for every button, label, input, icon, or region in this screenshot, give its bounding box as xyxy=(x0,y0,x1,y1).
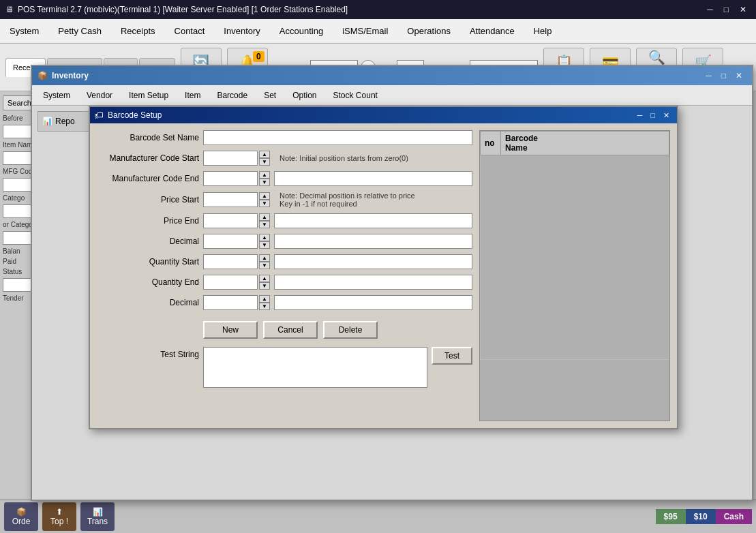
barcode-set-name-input[interactable] xyxy=(203,130,472,145)
inv-menu-stock-count[interactable]: Stock Count xyxy=(325,88,386,103)
barcode-set-name-label: Barcode Set Name xyxy=(97,133,199,142)
qty-end-label: Quantity End xyxy=(97,277,199,287)
inventory-close-btn[interactable]: ✕ xyxy=(731,70,746,82)
top-button[interactable]: ⬆ Top ! xyxy=(42,502,76,531)
inv-menu-vendor[interactable]: Vendor xyxy=(78,88,121,103)
inv-menu-item[interactable]: Item xyxy=(177,88,209,103)
inventory-maximize-btn[interactable]: □ xyxy=(717,70,730,82)
qty-end-value-input[interactable] xyxy=(274,275,472,290)
value2: $10 xyxy=(686,509,716,524)
new-button[interactable]: New xyxy=(203,321,258,339)
menu-system[interactable]: System xyxy=(0,22,48,40)
inventory-menu: System Vendor Item Setup Item Barcode Se… xyxy=(32,85,752,106)
mfg-code-end-up-btn[interactable]: ▲ xyxy=(259,171,270,179)
menu-help[interactable]: Help xyxy=(524,22,562,40)
mfg-code-end-row: Manufacturer Code End ▲ ▼ xyxy=(97,171,472,186)
price-start-row: Price Start ▲ ▼ Note: Decimal position i… xyxy=(97,192,472,208)
inv-menu-option[interactable]: Option xyxy=(284,88,324,103)
decimal2-spinner: ▲ ▼ xyxy=(203,295,270,310)
test-string-textarea[interactable] xyxy=(203,347,427,388)
menu-petty-cash[interactable]: Petty Cash xyxy=(48,22,111,40)
mfg-code-end-spinner: ▲ ▼ xyxy=(203,171,270,186)
inv-menu-barcode[interactable]: Barcode xyxy=(209,88,256,103)
mfg-code-start-up-btn[interactable]: ▲ xyxy=(259,151,270,158)
test-button[interactable]: Test xyxy=(432,347,472,365)
barcode-dialog-title-bar: 🏷 Barcode Setup ─ □ ✕ xyxy=(90,107,677,123)
trans-icon: 📊 xyxy=(93,507,103,517)
mfg-code-start-label: Manufacturer Code Start xyxy=(97,153,199,163)
inventory-title-bar: 📦 Inventory ─ □ ✕ xyxy=(32,66,752,85)
price-end-value-input[interactable] xyxy=(274,213,472,228)
barcode-dialog-close-btn[interactable]: ✕ xyxy=(660,110,673,121)
price-end-label: Price End xyxy=(97,216,199,226)
price-start-note1: Note: Decimal position is relative to pr… xyxy=(279,192,415,200)
mfg-code-start-down-btn[interactable]: ▼ xyxy=(259,158,270,166)
inv-menu-item-setup[interactable]: Item Setup xyxy=(121,88,177,103)
barcode-dialog-form: Barcode Set Name Manufacturer Code Start… xyxy=(97,130,472,421)
price-start-label: Price Start xyxy=(97,195,199,204)
qty-end-up-btn[interactable]: ▲ xyxy=(259,275,270,282)
decimal2-down-btn[interactable]: ▼ xyxy=(259,303,270,310)
menu-receipts[interactable]: Receipts xyxy=(111,22,165,40)
barcode-dialog-maximize-btn[interactable]: □ xyxy=(647,110,659,121)
menu-inventory[interactable]: Inventory xyxy=(214,22,269,40)
menu-isms[interactable]: iSMS/Email xyxy=(333,22,397,40)
inv-menu-system[interactable]: System xyxy=(35,88,78,103)
inventory-minimize-btn[interactable]: ─ xyxy=(701,70,716,82)
mfg-code-end-value-input[interactable] xyxy=(274,171,472,186)
mfg-code-end-label: Manufacturer Code End xyxy=(97,174,199,183)
barcode-dialog-controls: ─ □ ✕ xyxy=(634,110,673,121)
decimal2-input[interactable] xyxy=(203,295,258,310)
right-table-col-barcode: BarcodeName xyxy=(501,132,669,155)
price-end-down-btn[interactable]: ▼ xyxy=(259,221,270,228)
qty-end-row: Quantity End ▲ ▼ xyxy=(97,275,472,290)
mfg-code-end-down-btn[interactable]: ▼ xyxy=(259,179,270,186)
price-start-input[interactable] xyxy=(203,192,258,207)
maximize-button[interactable]: □ xyxy=(720,3,733,16)
barcode-dialog-minimize-btn[interactable]: ─ xyxy=(634,110,646,121)
price-end-up-btn[interactable]: ▲ xyxy=(259,213,270,221)
qty-end-input[interactable] xyxy=(203,275,258,290)
cash-label: Cash xyxy=(716,509,752,524)
report-area: 📊 Repo xyxy=(37,111,92,132)
menu-contact[interactable]: Contact xyxy=(165,22,215,40)
close-button[interactable]: ✕ xyxy=(736,3,751,16)
decimal2-value-input[interactable] xyxy=(274,295,472,310)
price-end-input[interactable] xyxy=(203,213,258,228)
mfg-code-end-input[interactable] xyxy=(203,171,258,186)
price-end-spinner: ▲ ▼ xyxy=(203,213,270,228)
menu-accounting[interactable]: Accounting xyxy=(270,22,333,40)
order-button[interactable]: 📦 Orde xyxy=(4,502,38,531)
price-start-down-btn[interactable]: ▼ xyxy=(259,200,270,207)
delete-button[interactable]: Delete xyxy=(323,321,378,339)
qty-start-up-btn[interactable]: ▲ xyxy=(259,254,270,262)
decimal1-input[interactable] xyxy=(203,234,258,249)
decimal1-down-btn[interactable]: ▼ xyxy=(259,241,270,249)
alert-badge: 0 xyxy=(253,51,264,62)
inv-menu-set[interactable]: Set xyxy=(256,88,284,103)
decimal2-up-btn[interactable]: ▲ xyxy=(259,295,270,303)
decimal1-up-btn[interactable]: ▲ xyxy=(259,234,270,241)
menu-attendance[interactable]: Attendance xyxy=(460,22,524,40)
decimal1-value-input[interactable] xyxy=(274,234,472,249)
trans-button[interactable]: 📊 Trans xyxy=(80,502,115,531)
qty-end-spinner: ▲ ▼ xyxy=(203,275,270,290)
qty-start-spin-buttons: ▲ ▼ xyxy=(259,254,270,269)
mfg-code-start-row: Manufacturer Code Start ▲ ▼ Note: Initia… xyxy=(97,151,472,166)
qty-start-value-input[interactable] xyxy=(274,254,472,269)
test-string-row: Test String Test xyxy=(97,347,472,388)
status-values: $95 $10 Cash xyxy=(656,509,752,524)
qty-start-row: Quantity Start ▲ ▼ xyxy=(97,254,472,269)
test-string-label: Test String xyxy=(97,347,199,359)
cancel-button[interactable]: Cancel xyxy=(263,321,318,339)
qty-end-down-btn[interactable]: ▼ xyxy=(259,282,270,290)
price-start-up-btn[interactable]: ▲ xyxy=(259,192,270,200)
minimize-button[interactable]: ─ xyxy=(703,3,717,16)
qty-start-down-btn[interactable]: ▼ xyxy=(259,262,270,269)
menu-operations[interactable]: Operations xyxy=(397,22,460,40)
mfg-code-start-input[interactable] xyxy=(203,151,258,166)
dialog-action-buttons: New Cancel Delete xyxy=(203,321,472,339)
right-table-empty-row xyxy=(481,155,669,360)
qty-start-input[interactable] xyxy=(203,254,258,269)
barcode-dialog-right: no BarcodeName xyxy=(479,130,670,421)
